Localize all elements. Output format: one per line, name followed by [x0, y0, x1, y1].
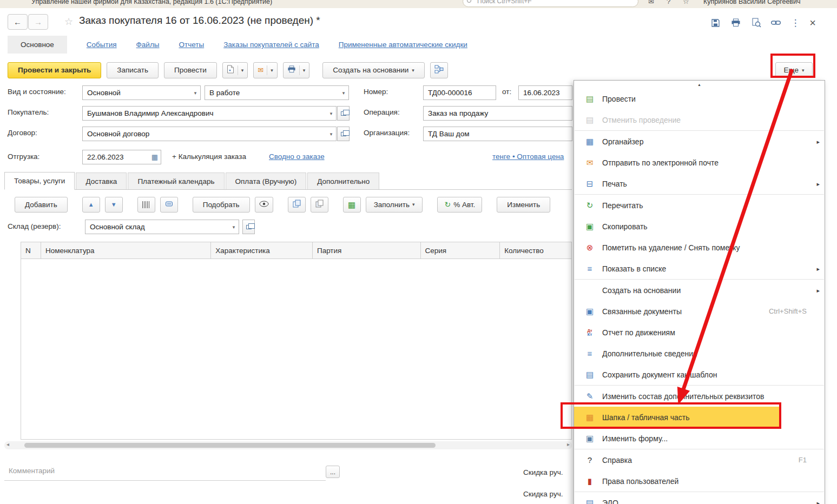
customer-open-button[interactable]	[337, 106, 350, 121]
chevron-down-icon[interactable]: ▾	[326, 127, 336, 141]
menu-print[interactable]: ⊟Печать▸	[574, 173, 825, 194]
tab-delivery[interactable]: Доставка	[76, 173, 127, 189]
tab-payment-calendar[interactable]: Платежный календарь	[128, 173, 224, 189]
menu-show-in-list[interactable]: ≡Показать в списке▸	[574, 258, 825, 279]
menu-save-as-template[interactable]: ▤Сохранить документ как шаблон	[574, 364, 825, 385]
kind-select[interactable]: Основной ▾	[82, 85, 201, 100]
order-calculation-text[interactable]: + Калькуляция заказа	[172, 152, 246, 161]
tab-site-orders[interactable]: Заказы покупателей с сайта	[223, 41, 319, 49]
menu-movements-report[interactable]: ДтКтОтчет по движениям	[574, 322, 825, 343]
chevron-down-icon[interactable]: ▾	[339, 86, 348, 100]
back-button[interactable]: ←	[8, 14, 28, 30]
column-header-col-batch[interactable]: Партия	[313, 242, 421, 258]
warehouse-open-button[interactable]	[242, 220, 255, 234]
contract-select[interactable]: Основной договор ▾	[82, 127, 337, 141]
menu-help[interactable]: ?СправкаF1	[574, 449, 825, 470]
column-header-col-n[interactable]: N	[21, 242, 41, 258]
print-split-button[interactable]: ▾	[283, 62, 310, 78]
menu-post[interactable]: ▤Провести	[574, 88, 825, 109]
chevron-down-icon[interactable]: ▾	[190, 86, 200, 100]
calendar-icon[interactable]: ▦	[149, 150, 161, 164]
comment-input[interactable]: Комментарий	[9, 467, 55, 475]
tab-reports[interactable]: Отчеты	[179, 41, 205, 49]
menu-mark-deletion[interactable]: ⊗Пометить на удаление / Снять пометку	[574, 237, 825, 258]
preview-document-icon[interactable]	[749, 16, 764, 29]
get-link-icon[interactable]	[768, 16, 783, 29]
tab-additional[interactable]: Дополнительно	[307, 173, 379, 189]
menu-edit-form[interactable]: ▣Изменить форму...	[574, 428, 825, 449]
price-type-link[interactable]: тенге • Оптовая цена	[492, 152, 564, 161]
copy-rows-button[interactable]	[288, 197, 306, 213]
tab-payment-manual[interactable]: Оплата (Вручную)	[226, 173, 307, 189]
favorites-star-icon[interactable]: ☆	[683, 0, 689, 5]
kebab-menu-icon[interactable]: ⋮	[788, 16, 803, 29]
edit-button[interactable]: Изменить	[497, 197, 550, 213]
table-settings-button[interactable]: ▦	[343, 197, 361, 213]
organization-select[interactable]: ТД Ваш дом	[423, 127, 572, 141]
move-down-button[interactable]: ▼	[105, 197, 123, 213]
barcode-scan-button[interactable]	[137, 197, 155, 213]
date-input[interactable]: 16.06.2023	[518, 85, 572, 100]
chevron-down-icon[interactable]: ▾	[229, 220, 239, 234]
forward-button[interactable]: →	[28, 14, 48, 30]
document-actions-split-button[interactable]: ▾	[222, 62, 248, 78]
current-user-name[interactable]: Куприянов Василий Сергеевич	[703, 0, 800, 5]
items-table-body[interactable]	[21, 259, 572, 440]
horizontal-scrollbar[interactable]: ◂ ▸	[4, 441, 572, 449]
menu-additional-info[interactable]: ≡Дополнительные сведения	[574, 343, 825, 364]
view-button[interactable]	[255, 197, 273, 213]
move-up-button[interactable]: ▲	[82, 197, 100, 213]
menu-scroll-up-icon[interactable]: ▲	[574, 81, 825, 88]
tab-auto-discounts[interactable]: Примененные автоматические скидки	[339, 41, 467, 49]
chevron-down-icon[interactable]: ▾	[326, 107, 336, 120]
create-based-on-button[interactable]: Создать на основании ▾	[322, 62, 425, 78]
fill-button[interactable]: Заполнить ▾	[366, 197, 423, 213]
related-documents-button[interactable]	[430, 62, 448, 78]
column-header-col-nomenclature[interactable]: Номенклатура	[41, 242, 211, 258]
send-email-split-button[interactable]: ✉ ▾	[253, 62, 277, 78]
menu-header-table-part[interactable]: ▦Шапка / табличная часть	[574, 407, 825, 428]
pick-items-button[interactable]: Подобрать	[193, 197, 250, 213]
scroll-right-icon[interactable]: ▸	[567, 441, 570, 447]
column-header-col-characteristic[interactable]: Характеристика	[211, 242, 313, 258]
menu-organizer[interactable]: ▦Органайзер▸	[574, 131, 825, 152]
tab-main[interactable]: Основное	[8, 36, 67, 54]
contract-open-button[interactable]	[337, 127, 350, 141]
menu-send-email[interactable]: ✉Отправить по электронной почте	[574, 152, 825, 173]
close-icon[interactable]: ×	[805, 16, 820, 29]
save-icon[interactable]	[708, 16, 723, 29]
menu-edo[interactable]: ▤ЭДО▸	[574, 492, 825, 504]
customer-select[interactable]: Бушманов Владимир Александрович ▾	[82, 106, 337, 121]
notification-bell-icon[interactable]: ✉	[648, 0, 654, 5]
favorite-star-icon[interactable]: ☆	[64, 16, 73, 28]
menu-create-based-on[interactable]: Создать на основании▸	[574, 280, 825, 301]
menu-reread[interactable]: ↻Перечитать	[574, 195, 825, 216]
menu-edit-additional-requisites[interactable]: ✎Изменить состав дополнительных реквизит…	[574, 386, 825, 407]
comment-more-button[interactable]: ...	[326, 466, 340, 478]
save-button[interactable]: Записать	[107, 62, 159, 78]
column-header-col-quantity[interactable]: Количество	[500, 242, 571, 258]
tab-files[interactable]: Файлы	[136, 41, 160, 49]
print-icon[interactable]	[728, 16, 743, 29]
number-input[interactable]: ТД00-000016	[423, 85, 496, 100]
menu-linked-documents[interactable]: ▣Связанные документыCtrl+Shift+S	[574, 301, 825, 322]
column-header-col-series[interactable]: Серия	[421, 242, 500, 258]
state-select[interactable]: В работе ▾	[205, 85, 349, 100]
help-icon[interactable]: ?	[667, 0, 670, 5]
scroll-left-icon[interactable]: ◂	[6, 441, 9, 447]
global-search-input[interactable]: Поиск Ctrl+Shift+F	[463, 0, 638, 7]
scrollbar-thumb[interactable]	[24, 443, 436, 448]
shipment-date-input[interactable]: 22.06.2023 ▦	[82, 150, 161, 164]
add-row-button[interactable]: Добавить	[15, 197, 68, 213]
menu-copy[interactable]: ▣Скопировать	[574, 216, 825, 237]
menu-user-rights[interactable]: ▮Права пользователей	[574, 470, 825, 492]
scanner-device-button[interactable]	[160, 197, 178, 213]
operation-select[interactable]: Заказ на продажу	[423, 106, 572, 121]
tab-events[interactable]: События	[87, 41, 117, 49]
more-button[interactable]: Еще ▾	[775, 62, 813, 78]
tab-goods-services[interactable]: Товары, услуги	[4, 172, 75, 190]
post-button[interactable]: Провести	[164, 62, 217, 78]
order-summary-link[interactable]: Сводно о заказе	[269, 152, 325, 161]
warehouse-select[interactable]: Основной склад ▾	[85, 220, 239, 234]
auto-discount-button[interactable]: ↻ % Авт.	[437, 197, 482, 213]
